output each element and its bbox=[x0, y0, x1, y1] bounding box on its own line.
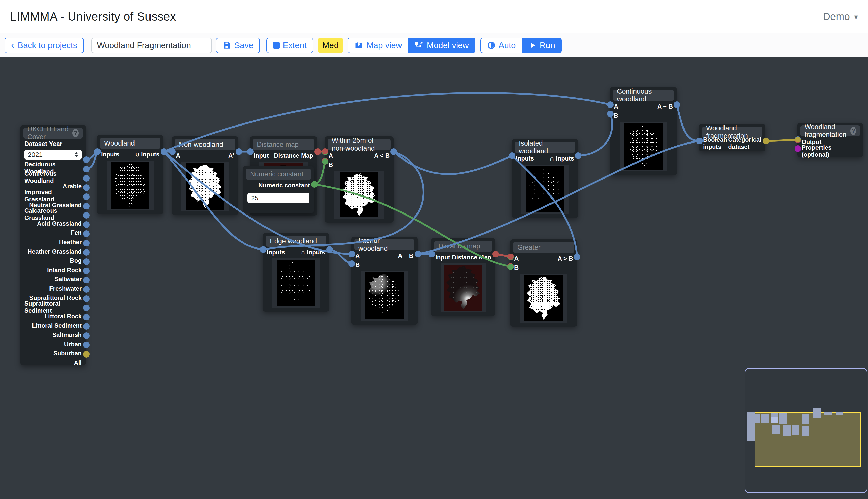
edge-wire bbox=[677, 105, 700, 141]
port-row: Saltwater bbox=[24, 275, 82, 284]
extent-square-icon bbox=[273, 42, 280, 49]
node-title-box[interactable]: Continuous woodland bbox=[613, 90, 674, 101]
node-numconst[interactable]: Numeric constantNumeric constant25 bbox=[243, 166, 314, 213]
node-isolated[interactable]: Isolated woodlandInputs∩ Inputs bbox=[512, 139, 578, 218]
output-port-label: Categorical dataset bbox=[728, 136, 761, 150]
port-row: Supralittoral Sediment bbox=[24, 303, 82, 312]
port-row: Coniferous Woodland bbox=[24, 173, 82, 182]
node-title-box[interactable]: Edge woodland bbox=[266, 235, 326, 247]
node-title-box[interactable]: Woodland fragmentation? bbox=[800, 125, 860, 136]
node-title-box[interactable]: Greater bbox=[513, 242, 574, 253]
port-row: Improved Grassland bbox=[24, 191, 82, 200]
node-woodland[interactable]: WoodlandInputs∪ Inputs bbox=[97, 135, 164, 214]
port-row: Urban bbox=[24, 340, 82, 349]
dataset-year-label: Dataset Year bbox=[24, 140, 82, 148]
node-title-box[interactable]: UKCEH Land Cover? bbox=[23, 127, 83, 139]
node-title-box[interactable]: Non-woodland bbox=[175, 139, 235, 150]
model-canvas[interactable]: UKCEH Land Cover?Dataset Year2021Deciduo… bbox=[0, 57, 868, 499]
output-port-label: ∩ Inputs bbox=[550, 155, 574, 162]
minimap-node-rect bbox=[761, 414, 769, 423]
node-title-box[interactable]: Distance map bbox=[434, 241, 492, 252]
output-port-label: ∪ Inputs bbox=[135, 151, 159, 158]
port-rows: InputDistance Map bbox=[250, 151, 317, 160]
map-thumbnail bbox=[186, 163, 224, 210]
port-rows: Deciduous WoodlandConiferous WoodlandAra… bbox=[20, 163, 86, 367]
output-port-label: A < B bbox=[374, 152, 390, 159]
save-button[interactable]: Save bbox=[216, 37, 260, 53]
node-title-box[interactable]: Within 25m of non-woodland bbox=[328, 139, 391, 150]
node-frag1[interactable]: Woodland fragmentationBoolean inputsCate… bbox=[699, 124, 765, 151]
help-icon[interactable]: ? bbox=[851, 126, 856, 135]
map-thumbnail bbox=[624, 123, 663, 170]
minimap[interactable] bbox=[745, 368, 868, 493]
save-icon bbox=[223, 41, 231, 50]
map-thumbnail bbox=[524, 275, 563, 321]
user-menu[interactable]: Demo ▾ bbox=[823, 11, 858, 22]
edge-wire bbox=[394, 151, 512, 174]
port-rows: Numeric constant bbox=[243, 181, 314, 190]
node-title-box[interactable]: Woodland bbox=[100, 138, 160, 149]
node-title: Interior woodland bbox=[358, 237, 411, 253]
node-title: Isolated woodland bbox=[519, 139, 571, 155]
input-port-label: Boolean inputs bbox=[703, 136, 728, 150]
node-edge[interactable]: Edge woodlandInputs∩ Inputs bbox=[263, 233, 329, 312]
back-to-projects-button[interactable]: ‹ Back to projects bbox=[4, 37, 84, 53]
port-rows: Inputs∩ Inputs bbox=[263, 248, 329, 257]
minimap-node-rect bbox=[824, 412, 832, 415]
resolution-badge[interactable]: Med bbox=[318, 37, 343, 53]
node-title: Edge woodland bbox=[270, 237, 317, 245]
port-row: AA > B bbox=[514, 254, 573, 263]
project-name-input[interactable] bbox=[91, 37, 212, 53]
port-row: AA − B bbox=[355, 251, 414, 260]
port-row: Inputs∩ Inputs bbox=[516, 154, 574, 163]
port-row: Littoral Sediment bbox=[24, 321, 82, 330]
extent-button[interactable]: Extent bbox=[266, 37, 313, 53]
map-view-button[interactable]: Map view bbox=[348, 37, 408, 53]
output-port-label: Bog bbox=[70, 257, 82, 264]
node-frag2[interactable]: Woodland fragmentation?OutputProperties … bbox=[797, 123, 863, 157]
output-port-label: Heather Grassland bbox=[28, 248, 82, 255]
node-nonwoodland[interactable]: Non-woodlandAA′ bbox=[172, 136, 238, 215]
port-row: Inputs∩ Inputs bbox=[267, 248, 325, 257]
port-rows: Inputs∩ Inputs bbox=[512, 154, 578, 163]
input-port-label: B bbox=[514, 264, 519, 271]
auto-toggle-icon bbox=[487, 41, 496, 50]
node-within25[interactable]: Within 25m of non-woodlandAA < BB bbox=[325, 136, 394, 223]
node-greater[interactable]: GreaterAA > BB bbox=[510, 239, 577, 327]
port-rows: Boolean inputsCategorical dataset bbox=[699, 139, 765, 148]
node-title-box[interactable]: Distance map bbox=[253, 139, 314, 150]
map-thumbnail bbox=[444, 265, 483, 311]
numeric-constant-input[interactable]: 25 bbox=[248, 193, 309, 203]
help-icon[interactable]: ? bbox=[72, 129, 79, 137]
save-label: Save bbox=[234, 40, 253, 50]
output-port-label: A′ bbox=[228, 152, 234, 159]
auto-toggle-button[interactable]: Auto bbox=[480, 37, 523, 53]
port-row: Acid Grassland bbox=[24, 219, 82, 229]
port-row: Calcareous Grassland bbox=[24, 210, 82, 219]
node-interior[interactable]: Interior woodlandAA − BB bbox=[351, 236, 417, 325]
node-title: Numeric constant bbox=[250, 170, 303, 178]
dataset-year-select[interactable]: 2021 bbox=[24, 150, 82, 160]
output-port-label: Freshwater bbox=[49, 285, 82, 292]
input-port-label: Properties (optional) bbox=[801, 144, 859, 158]
map-blob bbox=[526, 276, 562, 320]
input-port-label: A bbox=[614, 103, 618, 110]
run-button[interactable]: Run bbox=[522, 37, 562, 53]
input-port-label: B bbox=[329, 161, 333, 168]
model-view-button[interactable]: Model view bbox=[408, 37, 475, 53]
node-title: Greater bbox=[517, 244, 540, 252]
node-title-box[interactable]: Isolated woodland bbox=[515, 142, 575, 153]
output-port-label: Heather bbox=[59, 239, 82, 246]
port-row: Boolean inputsCategorical dataset bbox=[703, 139, 761, 148]
thumbnail-frame bbox=[520, 274, 568, 322]
thumbnail-frame bbox=[619, 122, 667, 171]
port-row: Bog bbox=[24, 256, 82, 266]
node-title-box[interactable]: Interior woodland bbox=[354, 239, 415, 250]
node-ukceh[interactable]: UKCEH Land Cover?Dataset Year2021Deciduo… bbox=[20, 125, 86, 365]
minimap-node-rect bbox=[802, 414, 809, 424]
map-blob bbox=[187, 165, 223, 208]
node-title-box[interactable]: Numeric constant bbox=[246, 169, 311, 180]
model-tree-icon bbox=[415, 41, 424, 50]
node-continuous[interactable]: Continuous woodlandAA − BB bbox=[610, 87, 677, 175]
node-distmap2[interactable]: Distance mapInputDistance Map bbox=[431, 238, 495, 316]
